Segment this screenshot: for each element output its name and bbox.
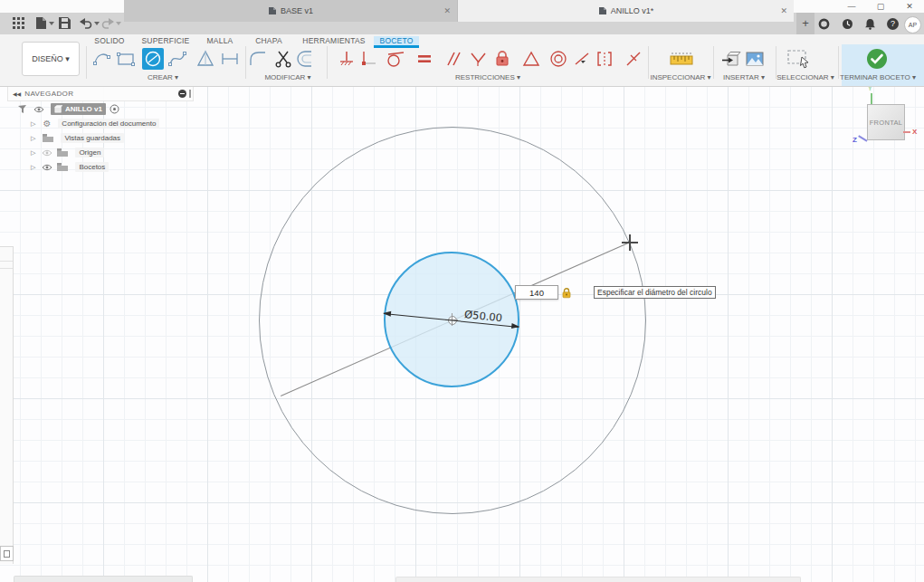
item-label: Configuración del documento — [58, 119, 159, 129]
document-tab-icon — [268, 6, 277, 15]
eye-icon[interactable] — [33, 106, 44, 113]
app-grid-icon[interactable] — [13, 17, 24, 29]
window-close-button[interactable]: ✕ — [898, 1, 921, 12]
measure-icon[interactable] — [669, 48, 694, 70]
finish-sketch-icon[interactable] — [866, 48, 888, 70]
new-tab-button[interactable]: + — [796, 13, 814, 34]
trim-tool-icon[interactable] — [272, 48, 294, 70]
viewcube-x-label: X — [912, 128, 917, 136]
navigator-item-saved-views[interactable]: ▷ Vistas guardadas — [31, 131, 124, 145]
constraint-perpendicular-icon[interactable] — [467, 48, 489, 70]
eye-icon[interactable] — [42, 164, 52, 171]
save-icon[interactable] — [59, 17, 71, 29]
item-label: Origen — [75, 148, 104, 157]
root-component-pill[interactable]: ANILLO v1 — [51, 103, 106, 115]
offset-tool-icon[interactable] — [294, 48, 316, 70]
tab-close-icon[interactable]: ✕ — [443, 6, 451, 15]
rectangle-tool-icon[interactable] — [115, 48, 137, 70]
tab-close-icon[interactable]: ✕ — [780, 6, 787, 15]
expander-icon[interactable]: ▷ — [31, 135, 35, 142]
diameter-value-input[interactable] — [515, 285, 558, 300]
navigation-bar[interactable] — [395, 577, 801, 582]
constraint-equal-icon[interactable] — [414, 48, 435, 70]
folder-icon — [57, 163, 68, 171]
constraint-fix-icon[interactable] — [491, 48, 513, 70]
circle-tool-icon[interactable] — [142, 48, 164, 70]
redo-icon[interactable] — [101, 17, 121, 29]
ribbon-tab-malla[interactable]: MALLA — [200, 36, 240, 46]
constraint-concentric-icon[interactable] — [548, 48, 569, 70]
folder-icon — [43, 134, 53, 142]
expander-icon[interactable]: ▷ — [31, 120, 35, 128]
navigator-item-sketches[interactable]: ▷ Bocetos — [31, 160, 109, 174]
item-label: Vistas guardadas — [61, 133, 124, 143]
group-label-restricciones[interactable]: RESTRICCIONES ▾ — [415, 72, 560, 82]
constraint-collinear-icon[interactable] — [571, 48, 593, 70]
ribbon-tab-boceto[interactable]: BOCETO — [374, 36, 419, 48]
select-box-icon[interactable] — [786, 48, 811, 70]
spline-tool-icon[interactable] — [167, 48, 188, 70]
navigator-root-row[interactable]: ANILLO v1 — [16, 102, 197, 116]
history-icon[interactable] — [842, 18, 853, 30]
new-document-icon[interactable] — [36, 17, 54, 29]
constraint-coincident-icon[interactable] — [358, 48, 380, 70]
expander-icon[interactable]: ▷ — [31, 164, 35, 171]
eye-icon[interactable] — [42, 149, 52, 157]
window-minimize-button[interactable]: — — [840, 1, 863, 12]
tab-base-v1[interactable]: BASE v1 ✕ — [124, 0, 458, 22]
navigator-collapse-icon[interactable]: ◀◀ — [13, 91, 21, 97]
notifications-icon[interactable] — [864, 18, 876, 30]
viewcube-z-label: Z — [853, 136, 857, 144]
new-document-caret-icon — [49, 22, 54, 25]
undo-caret-icon — [94, 22, 100, 25]
ribbon-tab-chapa[interactable]: CHAPA — [249, 36, 289, 46]
constraint-tangent-icon[interactable] — [385, 48, 406, 70]
group-label-crear[interactable]: CREAR ▾ — [118, 72, 208, 82]
redo-caret-icon — [116, 22, 121, 25]
polygon-tool-icon[interactable] — [195, 48, 216, 70]
navigator-item-origin[interactable]: ▷ Origen — [31, 146, 104, 159]
left-panel-strip[interactable] — [0, 246, 14, 564]
component-icon — [54, 105, 62, 113]
navigator-drag-handle[interactable] — [189, 90, 191, 98]
timeline-bar[interactable] — [14, 576, 193, 582]
constraint-midpoint-icon[interactable] — [520, 48, 542, 70]
expander-icon[interactable]: ▷ — [31, 149, 35, 157]
dimension-arrowhead-left — [383, 310, 392, 316]
ribbon-tab-superficie[interactable]: SUPERFICIE — [136, 36, 195, 46]
viewcube-x-axis — [903, 131, 910, 133]
navigator-remove-icon[interactable] — [178, 90, 186, 98]
constraint-symmetry-icon[interactable] — [594, 48, 615, 70]
lock-icon — [561, 287, 572, 299]
workspace-selector-button[interactable]: DISEÑO ▾ — [22, 42, 80, 76]
constraint-curvature-icon[interactable] — [623, 48, 644, 70]
extensions-icon[interactable] — [818, 18, 830, 30]
constraint-horizontal-vertical-icon[interactable] — [336, 48, 357, 70]
tab-anillo-v1[interactable]: ANILLO v1* ✕ — [458, 0, 794, 22]
canvas-image-icon[interactable] — [744, 48, 766, 70]
ribbon-tab-herramientas[interactable]: HERRAMIENTAS — [301, 36, 367, 46]
viewcube-y-axis — [871, 93, 872, 104]
panel-thumb-icon — [4, 550, 10, 558]
viewcube[interactable]: FRONTAL — [867, 104, 905, 140]
undo-icon[interactable] — [80, 17, 100, 29]
dimension-tool-icon[interactable] — [219, 48, 241, 70]
avatar[interactable]: AP — [904, 16, 921, 33]
item-label: Bocetos — [75, 162, 109, 172]
navigator-header[interactable]: ◀◀ NAVEGADOR — [7, 85, 194, 101]
ribbon-separator — [86, 46, 87, 79]
help-icon[interactable]: ? — [887, 18, 899, 30]
ribbon-tab-solido[interactable]: SOLIDO — [87, 36, 132, 46]
document-tab-icon — [598, 6, 607, 15]
constraint-parallel-icon[interactable] — [442, 48, 463, 70]
group-label-terminar-boceto[interactable]: TERMINAR BOCETO ▾ — [819, 72, 924, 82]
funnel-icon[interactable] — [18, 105, 28, 114]
window-maximize-button[interactable]: ▢ — [869, 1, 892, 12]
bottom-left-panel-button[interactable] — [0, 546, 14, 561]
group-label-modificar[interactable]: MODIFICAR ▾ — [233, 72, 342, 82]
line-tool-icon[interactable] — [91, 48, 113, 70]
navigator-item-doc-settings[interactable]: ▷ ⚙ Configuración del documento — [31, 117, 159, 130]
fillet-tool-icon[interactable] — [247, 48, 269, 70]
activate-icon[interactable] — [110, 104, 119, 114]
insert-mesh-icon[interactable] — [720, 48, 742, 70]
